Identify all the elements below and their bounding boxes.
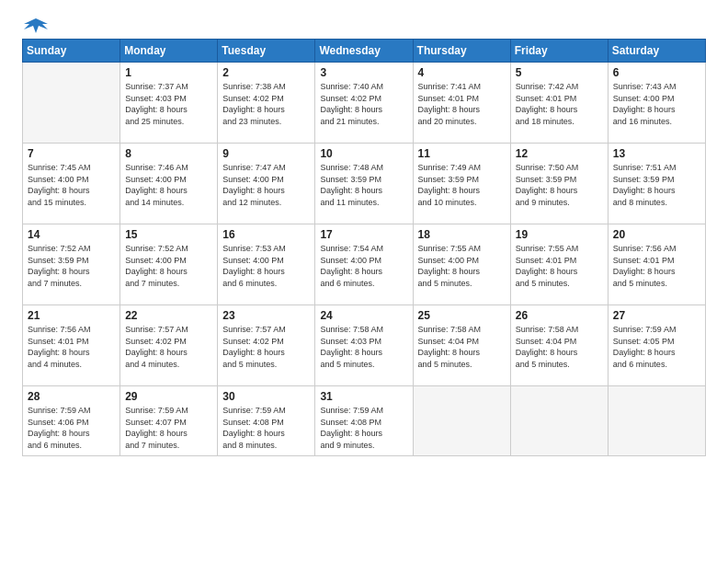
day-number: 19 <box>516 228 603 241</box>
day-info-text: Daylight: 8 hours <box>613 347 700 359</box>
day-info-text: Sunset: 3:59 PM <box>418 174 506 186</box>
calendar-cell: 26Sunrise: 7:58 AMSunset: 4:04 PMDayligh… <box>510 305 608 386</box>
day-number: 17 <box>320 228 407 241</box>
day-info-text: Sunset: 4:00 PM <box>613 93 700 105</box>
day-info-text: Sunset: 4:02 PM <box>222 336 310 348</box>
day-info-text: Sunset: 4:02 PM <box>125 336 212 348</box>
day-info-text: and 25 minutes. <box>125 116 212 128</box>
day-number: 13 <box>613 147 700 160</box>
day-info-text: Sunset: 4:03 PM <box>320 336 407 348</box>
day-number: 20 <box>613 228 700 241</box>
day-info-text: Daylight: 8 hours <box>613 104 700 116</box>
day-info-text: and 23 minutes. <box>222 116 310 128</box>
day-info-text: Sunrise: 7:58 AM <box>320 324 407 336</box>
calendar-cell: 17Sunrise: 7:54 AMSunset: 4:00 PMDayligh… <box>315 224 413 305</box>
day-info-text: Sunset: 4:05 PM <box>613 336 700 348</box>
calendar-cell: 27Sunrise: 7:59 AMSunset: 4:05 PMDayligh… <box>608 305 705 386</box>
day-info-text: Sunset: 4:08 PM <box>222 417 310 429</box>
day-number: 6 <box>613 66 700 79</box>
calendar-cell: 30Sunrise: 7:59 AMSunset: 4:08 PMDayligh… <box>218 386 315 456</box>
header <box>22 17 706 33</box>
calendar-cell: 14Sunrise: 7:52 AMSunset: 3:59 PMDayligh… <box>23 224 120 305</box>
day-info-text: and 5 minutes. <box>320 359 407 371</box>
day-info-text: and 14 minutes. <box>125 197 212 209</box>
day-info-text: Sunset: 4:00 PM <box>28 174 115 186</box>
day-info-text: and 7 minutes. <box>125 440 212 452</box>
day-info-text: and 5 minutes. <box>613 278 700 290</box>
day-info-text: Sunrise: 7:56 AM <box>28 324 115 336</box>
day-info-text: and 21 minutes. <box>320 116 407 128</box>
day-info-text: and 8 minutes. <box>222 440 310 452</box>
svg-marker-0 <box>24 18 48 33</box>
calendar-cell: 16Sunrise: 7:53 AMSunset: 4:00 PMDayligh… <box>218 224 315 305</box>
day-info-text: Sunrise: 7:57 AM <box>125 324 212 336</box>
day-info-text: and 18 minutes. <box>516 116 603 128</box>
day-info-text: Sunrise: 7:47 AM <box>222 162 310 174</box>
day-info-text: Daylight: 8 hours <box>418 266 506 278</box>
calendar-cell: 4Sunrise: 7:41 AMSunset: 4:01 PMDaylight… <box>413 63 510 144</box>
day-info-text: Sunset: 4:01 PM <box>418 93 506 105</box>
day-info-text: Sunrise: 7:43 AM <box>613 81 700 93</box>
day-info-text: Sunrise: 7:45 AM <box>28 162 115 174</box>
calendar-cell: 29Sunrise: 7:59 AMSunset: 4:07 PMDayligh… <box>120 386 218 456</box>
day-info-text: Sunset: 4:01 PM <box>28 336 115 348</box>
day-number: 30 <box>222 390 310 403</box>
day-info-text: and 6 minutes. <box>613 359 700 371</box>
calendar-cell <box>413 386 510 456</box>
day-number: 31 <box>320 390 407 403</box>
calendar-cell: 3Sunrise: 7:40 AMSunset: 4:02 PMDaylight… <box>315 63 413 144</box>
day-number: 25 <box>418 309 506 322</box>
day-number: 4 <box>418 66 506 79</box>
calendar-cell: 21Sunrise: 7:56 AMSunset: 4:01 PMDayligh… <box>23 305 120 386</box>
day-info-text: Daylight: 8 hours <box>320 428 407 440</box>
day-info-text: Sunrise: 7:41 AM <box>418 81 506 93</box>
day-info-text: Daylight: 8 hours <box>222 185 310 197</box>
day-info-text: and 7 minutes. <box>125 278 212 290</box>
day-info-text: Sunset: 4:01 PM <box>516 93 603 105</box>
day-info-text: and 6 minutes. <box>320 278 407 290</box>
calendar-cell <box>23 63 120 144</box>
day-info-text: Sunset: 4:07 PM <box>125 417 212 429</box>
day-info-text: Sunset: 4:00 PM <box>125 255 212 267</box>
day-info-text: Sunrise: 7:58 AM <box>418 324 506 336</box>
day-info-text: and 11 minutes. <box>320 197 407 209</box>
day-info-text: Sunrise: 7:57 AM <box>222 324 310 336</box>
day-number: 7 <box>28 147 115 160</box>
day-info-text: Daylight: 8 hours <box>516 266 603 278</box>
day-info-text: Sunset: 4:01 PM <box>516 255 603 267</box>
day-info-text: Sunrise: 7:55 AM <box>418 243 506 255</box>
weekday-header-row: Sunday Monday Tuesday Wednesday Thursday… <box>23 40 706 63</box>
header-wednesday: Wednesday <box>315 40 413 63</box>
day-info-text: and 9 minutes. <box>516 197 603 209</box>
calendar-cell: 2Sunrise: 7:38 AMSunset: 4:02 PMDaylight… <box>218 63 315 144</box>
day-info-text: Daylight: 8 hours <box>320 104 407 116</box>
day-info-text: Daylight: 8 hours <box>320 266 407 278</box>
day-info-text: Sunrise: 7:46 AM <box>125 162 212 174</box>
day-info-text: and 9 minutes. <box>320 440 407 452</box>
day-info-text: Daylight: 8 hours <box>320 185 407 197</box>
day-info-text: Sunrise: 7:49 AM <box>418 162 506 174</box>
day-info-text: Daylight: 8 hours <box>28 266 115 278</box>
day-info-text: Daylight: 8 hours <box>125 428 212 440</box>
day-number: 8 <box>125 147 212 160</box>
calendar-cell: 10Sunrise: 7:48 AMSunset: 3:59 PMDayligh… <box>315 144 413 224</box>
day-info-text: Sunrise: 7:52 AM <box>125 243 212 255</box>
day-info-text: Sunset: 4:02 PM <box>320 93 407 105</box>
day-info-text: Sunrise: 7:51 AM <box>613 162 700 174</box>
day-info-text: and 4 minutes. <box>125 359 212 371</box>
day-number: 26 <box>516 309 603 322</box>
day-info-text: Sunset: 4:00 PM <box>418 255 506 267</box>
day-info-text: Sunrise: 7:40 AM <box>320 81 407 93</box>
day-info-text: Daylight: 8 hours <box>516 104 603 116</box>
day-info-text: Daylight: 8 hours <box>222 428 310 440</box>
day-info-text: Sunset: 4:00 PM <box>320 255 407 267</box>
day-number: 9 <box>222 147 310 160</box>
day-info-text: and 6 minutes. <box>28 440 115 452</box>
day-info-text: Sunset: 4:06 PM <box>28 417 115 429</box>
day-info-text: Sunrise: 7:59 AM <box>320 405 407 417</box>
header-friday: Friday <box>510 40 608 63</box>
day-number: 3 <box>320 66 407 79</box>
header-tuesday: Tuesday <box>218 40 315 63</box>
calendar-cell: 28Sunrise: 7:59 AMSunset: 4:06 PMDayligh… <box>23 386 120 456</box>
calendar-cell: 11Sunrise: 7:49 AMSunset: 3:59 PMDayligh… <box>413 144 510 224</box>
